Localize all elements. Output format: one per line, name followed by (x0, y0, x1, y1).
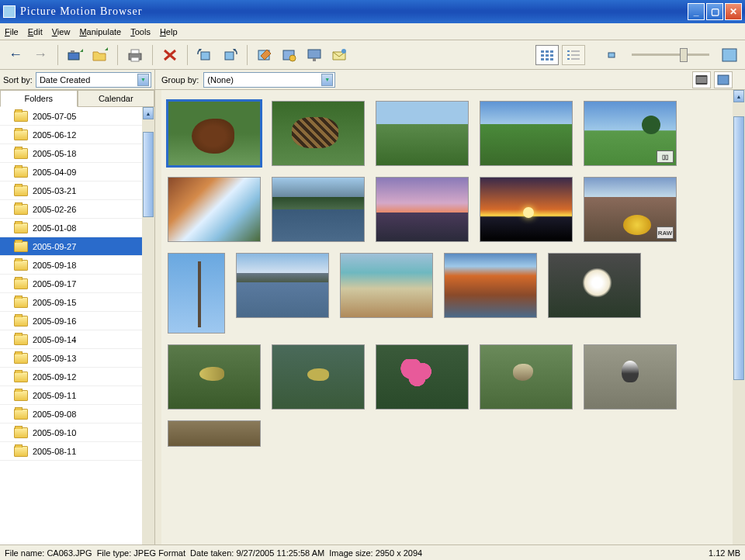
folder-item[interactable]: 2005-09-15 (0, 293, 154, 312)
sidebar-tabs: Folders Calendar (0, 90, 154, 107)
thumbnail[interactable] (376, 101, 469, 166)
sidebar-scrollbar[interactable]: ▲ (142, 107, 154, 544)
folder-label: 2005-05-18 (33, 149, 76, 158)
folder-item[interactable]: 2005-08-11 (0, 442, 154, 461)
svg-rect-27 (571, 58, 580, 60)
folder-item[interactable]: 2005-02-26 (0, 200, 154, 219)
folder-item[interactable]: 2005-09-13 (0, 349, 154, 368)
folder-item[interactable]: 2005-09-16 (0, 312, 154, 330)
folder-label: 2005-03-21 (33, 186, 76, 195)
folder-item[interactable]: 2005-04-09 (0, 163, 154, 181)
folder-label: 2005-01-08 (33, 223, 76, 233)
folder-icon (14, 241, 28, 252)
folder-item[interactable]: 2005-09-12 (0, 368, 154, 386)
thumbnail[interactable] (168, 101, 261, 166)
delete-button[interactable] (159, 44, 181, 66)
thumbnail[interactable] (272, 101, 365, 166)
maximize-button[interactable]: ▢ (706, 3, 723, 20)
status-imagesize-label: Image size: (329, 548, 372, 558)
menu-help[interactable]: Help (160, 27, 178, 36)
scroll-thumb[interactable] (143, 132, 154, 217)
folder-item[interactable]: 2005-09-17 (0, 275, 154, 293)
thumbnail[interactable]: RAW (584, 177, 677, 242)
folder-item[interactable]: 2005-05-18 (0, 144, 154, 163)
thumbnail[interactable] (444, 253, 537, 318)
single-view-button[interactable] (714, 71, 733, 88)
thumbnail[interactable] (272, 344, 365, 410)
folder-item[interactable]: 2005-03-21 (0, 181, 154, 200)
scroll-up-button[interactable]: ▲ (733, 90, 744, 102)
thumbnail[interactable] (480, 177, 573, 242)
rotate-left-button[interactable] (194, 44, 216, 66)
svg-rect-13 (541, 50, 544, 53)
folder-item[interactable]: 2005-01-08 (0, 219, 154, 237)
status-datetaken-label: Date taken: (190, 548, 234, 558)
filmstrip-button[interactable] (692, 71, 711, 88)
thumbnail[interactable] (168, 177, 261, 242)
sort-area: Sort by: Date Created (0, 70, 155, 89)
import-from-camera-button[interactable] (64, 44, 86, 66)
thumbnail[interactable] (584, 344, 677, 410)
import-folder-button[interactable] (89, 44, 111, 66)
thumbnail-view-button[interactable] (535, 45, 559, 65)
app-icon (3, 5, 16, 18)
slideshow-button[interactable] (303, 44, 325, 66)
grid-scrollbar[interactable]: ▲ (733, 90, 745, 544)
back-button[interactable]: ← (5, 44, 26, 66)
thumbnail[interactable] (236, 253, 329, 318)
forward-button[interactable]: → (29, 44, 51, 66)
sort-select[interactable]: Date Created (36, 72, 151, 88)
thumbnail[interactable] (376, 177, 469, 242)
detail-view-button[interactable] (562, 45, 585, 65)
folder-item[interactable]: 2005-09-27 (0, 237, 154, 256)
folder-icon (14, 446, 28, 457)
svg-point-9 (289, 55, 296, 61)
thumbnail[interactable] (480, 344, 573, 410)
folder-item[interactable]: 2005-09-14 (0, 330, 154, 349)
minimize-button[interactable]: _ (688, 3, 705, 20)
splitter[interactable] (155, 90, 161, 544)
sort-value: Date Created (40, 75, 90, 85)
menu-file[interactable]: File (5, 27, 19, 36)
thumbnail[interactable] (480, 101, 573, 166)
close-button[interactable]: ✕ (725, 3, 742, 20)
print-button[interactable] (124, 44, 146, 66)
scroll-up-button[interactable]: ▲ (143, 107, 154, 119)
thumbnail[interactable] (376, 344, 469, 410)
tab-folders[interactable]: Folders (0, 90, 78, 107)
menu-manipulate[interactable]: Manipulate (79, 27, 121, 36)
svg-rect-28 (608, 53, 615, 57)
status-bar: File name: CA063.JPG File type: JPEG For… (0, 544, 745, 560)
scroll-thumb[interactable] (733, 116, 744, 380)
tab-calendar[interactable]: Calendar (78, 90, 155, 106)
menu-tools[interactable]: Tools (130, 27, 151, 36)
svg-rect-6 (225, 52, 234, 60)
folder-item[interactable]: 2005-09-11 (0, 386, 154, 405)
folder-item[interactable]: 2005-09-10 (0, 423, 154, 442)
edit-button[interactable] (254, 44, 275, 66)
rotate-right-button[interactable] (219, 44, 241, 66)
thumbnail[interactable] (168, 420, 261, 447)
menu-edit[interactable]: Edit (28, 27, 43, 36)
thumbnail[interactable] (548, 253, 641, 318)
thumbnail-badge: ▯▯ (657, 150, 674, 163)
svg-point-12 (341, 49, 346, 54)
folder-label: 2005-08-11 (33, 447, 76, 456)
thumbnail[interactable]: ▯▯ (584, 101, 677, 166)
group-select[interactable]: (None) (203, 72, 335, 88)
thumbnail[interactable] (168, 253, 225, 334)
adjust-button[interactable] (279, 44, 300, 66)
email-button[interactable] (328, 44, 350, 66)
menu-view[interactable]: View (52, 27, 71, 36)
folder-item[interactable]: 2005-09-18 (0, 256, 154, 275)
zoom-thumb[interactable] (680, 48, 688, 62)
zoom-slider[interactable] (632, 47, 709, 63)
svg-rect-21 (550, 58, 553, 60)
folder-item[interactable]: 2005-09-08 (0, 405, 154, 423)
folder-item[interactable]: 2005-06-12 (0, 126, 154, 144)
folder-item[interactable]: 2005-07-05 (0, 107, 154, 126)
thumbnail[interactable] (272, 177, 365, 242)
thumbnail[interactable] (340, 253, 433, 318)
thumbnail[interactable] (168, 344, 261, 410)
svg-rect-10 (308, 50, 321, 58)
